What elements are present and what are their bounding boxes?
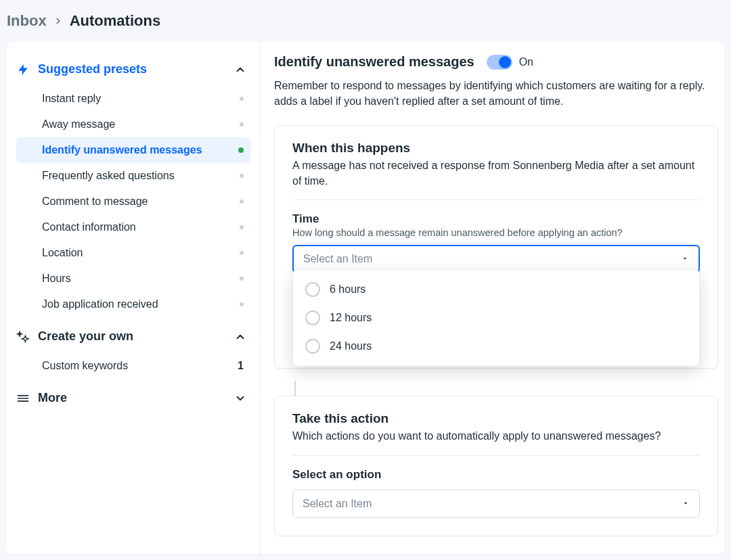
take-this-action-card: Take this action Which actions do you wa… — [274, 396, 718, 536]
card-title: When this happens — [292, 141, 700, 158]
status-dot — [240, 97, 244, 101]
custom-count: 1 — [238, 360, 244, 372]
main-header: Identify unanswered messages On — [274, 54, 724, 75]
breadcrumb-parent[interactable]: Inbox — [7, 12, 47, 30]
time-option-24h[interactable]: 24 hours — [293, 332, 699, 360]
time-label: Time — [292, 212, 700, 227]
preset-label: Frequently asked questions — [42, 170, 175, 182]
when-this-happens-card: When this happens A message has not rece… — [274, 125, 718, 369]
hamburger-icon — [16, 392, 30, 405]
preset-contact-info[interactable]: Contact information — [16, 214, 250, 240]
select-placeholder: Select an Item — [303, 253, 372, 265]
sidebar-section-more[interactable]: More — [16, 384, 250, 412]
page-description: Remember to respond to messages by ident… — [274, 75, 724, 118]
preset-label: Instant reply — [42, 93, 101, 105]
preset-label: Identify unanswered messages — [42, 144, 202, 156]
time-option-6h[interactable]: 6 hours — [293, 275, 699, 304]
preset-identify-unanswered[interactable]: Identify unanswered messages — [16, 137, 250, 163]
main-panel: Suggested presets Instant reply Away mes… — [7, 42, 724, 555]
status-dot — [240, 277, 244, 281]
status-dot — [240, 200, 244, 204]
preset-label: Job application received — [42, 298, 158, 310]
card-title: Take this action — [292, 411, 700, 429]
sparkle-icon — [16, 330, 30, 344]
preset-job-application[interactable]: Job application received — [16, 291, 250, 317]
presets-title: Suggested presets — [38, 62, 147, 76]
divider — [292, 455, 700, 456]
card-subtitle: Which actions do you want to automatical… — [292, 429, 700, 454]
preset-label: Location — [42, 247, 83, 259]
status-dot — [240, 174, 244, 178]
breadcrumb: Inbox Automations — [0, 0, 731, 42]
caret-down-icon — [682, 498, 690, 510]
preset-list: Instant reply Away message Identify unan… — [16, 86, 250, 317]
enable-toggle[interactable]: On — [487, 55, 533, 70]
time-help: How long should a message remain unanswe… — [292, 227, 700, 245]
status-dot-active — [238, 147, 244, 153]
page-title: Identify unanswered messages — [274, 54, 474, 70]
custom-list: Custom keywords 1 — [16, 353, 250, 379]
chevron-down-icon — [234, 392, 246, 404]
preset-away-message[interactable]: Away message — [16, 112, 250, 137]
card-subtitle: A message has not received a response fr… — [292, 158, 700, 200]
toggle-knob — [499, 56, 511, 68]
toggle-switch[interactable] — [487, 55, 512, 70]
more-title: More — [38, 391, 67, 405]
radio-icon — [305, 310, 320, 325]
option-label: Select an option — [292, 468, 700, 483]
time-dropdown: 6 hours 12 hours 24 hours — [292, 269, 700, 367]
action-select[interactable]: Select an Item — [292, 490, 700, 518]
status-dot — [240, 302, 244, 306]
lightning-icon — [16, 63, 30, 76]
option-label: 24 hours — [330, 340, 372, 352]
chevron-up-icon — [234, 64, 246, 76]
preset-label: Contact information — [42, 221, 136, 233]
caret-down-icon — [681, 253, 689, 265]
status-dot — [240, 251, 244, 255]
main-content: Identify unanswered messages On Remember… — [261, 42, 724, 555]
chevron-right-icon — [53, 12, 63, 30]
radio-icon — [305, 282, 320, 297]
status-dot — [240, 225, 244, 229]
select-placeholder: Select an Item — [303, 498, 372, 510]
sidebar: Suggested presets Instant reply Away mes… — [7, 42, 261, 555]
preset-instant-reply[interactable]: Instant reply — [16, 86, 250, 112]
card-connector — [294, 381, 296, 396]
custom-keywords[interactable]: Custom keywords 1 — [16, 353, 250, 379]
custom-label: Custom keywords — [42, 360, 128, 372]
divider — [292, 200, 700, 200]
preset-hours[interactable]: Hours — [16, 266, 250, 291]
status-dot — [240, 122, 244, 126]
preset-label: Comment to message — [42, 195, 148, 208]
breadcrumb-current: Automations — [70, 12, 160, 30]
preset-faq[interactable]: Frequently asked questions — [16, 163, 250, 189]
create-title: Create your own — [38, 329, 133, 344]
chevron-up-icon — [234, 331, 246, 343]
preset-label: Hours — [42, 273, 71, 285]
preset-location[interactable]: Location — [16, 240, 250, 266]
time-option-12h[interactable]: 12 hours — [293, 304, 699, 332]
preset-label: Away message — [42, 118, 115, 131]
toggle-state-label: On — [519, 56, 533, 68]
preset-comment-to-message[interactable]: Comment to message — [16, 189, 250, 214]
radio-icon — [305, 339, 320, 354]
option-label: 6 hours — [330, 283, 366, 296]
option-label: 12 hours — [330, 312, 372, 324]
sidebar-section-create[interactable]: Create your own — [16, 323, 250, 350]
sidebar-section-presets[interactable]: Suggested presets — [16, 55, 250, 83]
